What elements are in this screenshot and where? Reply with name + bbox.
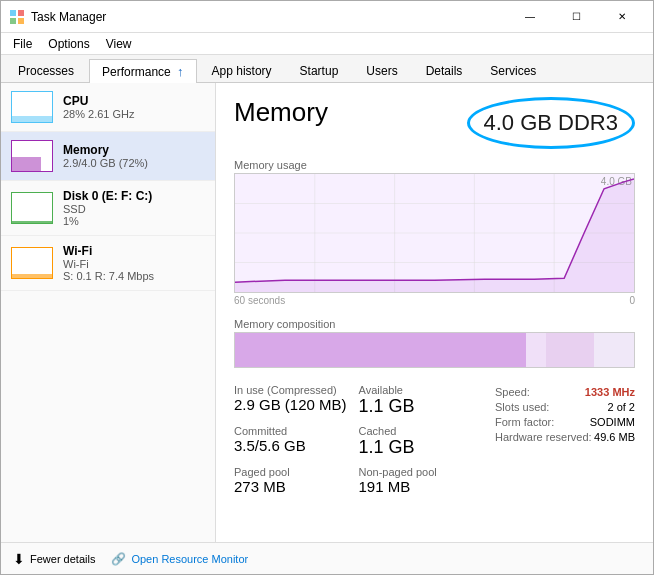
task-manager-window: Task Manager — ☐ ✕ File Options View Pro… xyxy=(0,0,654,575)
close-button[interactable]: ✕ xyxy=(599,1,645,33)
open-resource-monitor-link[interactable]: 🔗 Open Resource Monitor xyxy=(111,552,248,566)
fewer-details-icon: ⬇ xyxy=(13,551,25,567)
in-use-value: 2.9 GB (120 MB) xyxy=(234,396,355,413)
cpu-title: CPU xyxy=(63,94,205,108)
usage-chart-section: Memory usage 4.0 GB xyxy=(234,159,635,312)
stat-cached: Cached 1.1 GB xyxy=(359,425,480,458)
main-panel: Memory 4.0 GB DDR3 Memory usage 4.0 GB xyxy=(216,83,653,542)
tab-services[interactable]: Services xyxy=(477,59,549,82)
slots-value: 2 of 2 xyxy=(607,401,635,413)
main-title: Memory xyxy=(234,97,328,128)
sidebar: CPU 28% 2.61 GHz Memory 2.9/4.0 GB (72%) xyxy=(1,83,216,542)
fewer-details-button[interactable]: ⬇ Fewer details xyxy=(13,551,95,567)
cached-value: 1.1 GB xyxy=(359,437,480,458)
disk-icon xyxy=(11,192,53,224)
sidebar-item-disk[interactable]: Disk 0 (E: F: C:) SSD 1% xyxy=(1,181,215,236)
committed-label: Committed xyxy=(234,425,355,437)
tab-app-history[interactable]: App history xyxy=(199,59,285,82)
speed-label: Speed: xyxy=(495,386,530,398)
wifi-icon xyxy=(11,247,53,279)
tab-startup[interactable]: Startup xyxy=(287,59,352,82)
stat-non-paged-pool: Non-paged pool 191 MB xyxy=(359,466,480,495)
hw-reserved-row: Hardware reserved: 49.6 MB xyxy=(495,431,635,443)
memory-title: Memory xyxy=(63,143,205,157)
app-icon xyxy=(9,9,25,25)
wifi-subtitle2: S: 0.1 R: 7.4 Mbps xyxy=(63,270,205,282)
minimize-button[interactable]: — xyxy=(507,1,553,33)
svg-rect-2 xyxy=(10,18,16,24)
composition-section: Memory composition xyxy=(234,318,635,368)
composition-label: Memory composition xyxy=(234,318,635,330)
slots-row: Slots used: 2 of 2 xyxy=(495,401,635,413)
stat-available: Available 1.1 GB xyxy=(359,384,480,417)
stats-grid: In use (Compressed) 2.9 GB (120 MB) Avai… xyxy=(234,384,479,495)
footer: ⬇ Fewer details 🔗 Open Resource Monitor xyxy=(1,542,653,574)
available-label: Available xyxy=(359,384,480,396)
paged-pool-label: Paged pool xyxy=(234,466,355,478)
comp-modified xyxy=(526,333,546,367)
cpu-icon xyxy=(11,91,53,123)
wifi-info: Wi-Fi Wi-Fi S: 0.1 R: 7.4 Mbps xyxy=(63,244,205,282)
title-bar: Task Manager — ☐ ✕ xyxy=(1,1,653,33)
available-value: 1.1 GB xyxy=(359,396,480,417)
in-use-label: In use (Compressed) xyxy=(234,384,355,396)
memory-subtitle: 2.9/4.0 GB (72%) xyxy=(63,157,205,169)
speed-value: 1333 MHz xyxy=(585,386,635,398)
tab-details[interactable]: Details xyxy=(413,59,476,82)
paged-pool-value: 273 MB xyxy=(234,478,355,495)
window-title: Task Manager xyxy=(31,10,106,24)
memory-info: Memory 2.9/4.0 GB (72%) xyxy=(63,143,205,169)
chart-svg xyxy=(235,174,634,292)
performance-arrow-icon: ↑ xyxy=(177,64,184,79)
svg-rect-1 xyxy=(18,10,24,16)
main-header: Memory 4.0 GB DDR3 xyxy=(234,97,635,149)
svg-rect-0 xyxy=(10,10,16,16)
chart-area: 4.0 GB xyxy=(234,173,635,293)
memory-type-badge: 4.0 GB DDR3 xyxy=(467,97,636,149)
right-stats: Speed: 1333 MHz Slots used: 2 of 2 Form … xyxy=(495,384,635,495)
maximize-button[interactable]: ☐ xyxy=(553,1,599,33)
chart-label: Memory usage xyxy=(234,159,635,171)
comp-used xyxy=(235,333,526,367)
non-paged-pool-value: 191 MB xyxy=(359,478,480,495)
sidebar-item-wifi[interactable]: Wi-Fi Wi-Fi S: 0.1 R: 7.4 Mbps xyxy=(1,236,215,291)
tab-processes[interactable]: Processes xyxy=(5,59,87,82)
window-controls: — ☐ ✕ xyxy=(507,1,645,33)
sidebar-item-memory[interactable]: Memory 2.9/4.0 GB (72%) xyxy=(1,132,215,181)
content-area: CPU 28% 2.61 GHz Memory 2.9/4.0 GB (72%) xyxy=(1,83,653,542)
left-stats: In use (Compressed) 2.9 GB (120 MB) Avai… xyxy=(234,384,479,495)
disk-info: Disk 0 (E: F: C:) SSD 1% xyxy=(63,189,205,227)
cpu-subtitle: 28% 2.61 GHz xyxy=(63,108,205,120)
open-resource-monitor-label: Open Resource Monitor xyxy=(131,553,248,565)
memory-icon xyxy=(11,140,53,172)
disk-title: Disk 0 (E: F: C:) xyxy=(63,189,205,203)
cpu-info: CPU 28% 2.61 GHz xyxy=(63,94,205,120)
disk-subtitle2: 1% xyxy=(63,215,205,227)
wifi-title: Wi-Fi xyxy=(63,244,205,258)
speed-row: Speed: 1333 MHz xyxy=(495,386,635,398)
tab-performance[interactable]: Performance ↑ xyxy=(89,59,197,83)
form-label: Form factor: xyxy=(495,416,554,428)
chart-bottom-labels: 60 seconds 0 xyxy=(234,295,635,306)
svg-rect-3 xyxy=(18,18,24,24)
menu-options[interactable]: Options xyxy=(40,35,97,53)
title-bar-left: Task Manager xyxy=(9,9,507,25)
stat-paged-pool: Paged pool 273 MB xyxy=(234,466,355,495)
resource-monitor-icon: 🔗 xyxy=(111,552,126,566)
chart-time-right: 0 xyxy=(629,295,635,306)
hw-reserved-label: Hardware reserved: xyxy=(495,431,592,443)
tab-bar: Processes Performance ↑ App history Star… xyxy=(1,55,653,83)
disk-subtitle: SSD xyxy=(63,203,205,215)
menu-view[interactable]: View xyxy=(98,35,140,53)
tab-users[interactable]: Users xyxy=(353,59,410,82)
hw-reserved-value: 49.6 MB xyxy=(594,431,635,443)
stat-in-use: In use (Compressed) 2.9 GB (120 MB) xyxy=(234,384,355,417)
composition-bar xyxy=(234,332,635,368)
menu-file[interactable]: File xyxy=(5,35,40,53)
wifi-subtitle: Wi-Fi xyxy=(63,258,205,270)
stat-committed: Committed 3.5/5.6 GB xyxy=(234,425,355,458)
slots-label: Slots used: xyxy=(495,401,549,413)
stats-container: In use (Compressed) 2.9 GB (120 MB) Avai… xyxy=(234,384,635,495)
sidebar-item-cpu[interactable]: CPU 28% 2.61 GHz xyxy=(1,83,215,132)
cached-label: Cached xyxy=(359,425,480,437)
